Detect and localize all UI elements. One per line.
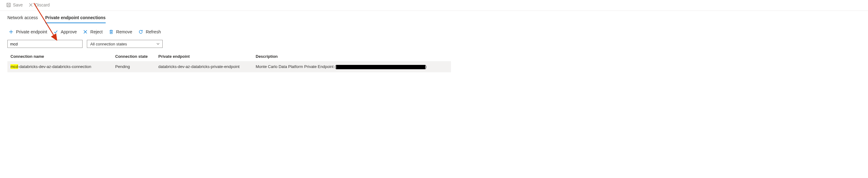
cell-connection-name: mcd-databricks-dev-az-databricks-connect… xyxy=(7,61,112,72)
save-label: Save xyxy=(13,2,23,7)
filters-row: All connection states xyxy=(0,39,868,52)
col-private-endpoint[interactable]: Private endpoint xyxy=(155,52,253,61)
cell-private-endpoint: databricks-dev-az-databricks-private-end… xyxy=(155,61,253,72)
x-icon xyxy=(28,2,33,7)
tab-private-endpoint-connections[interactable]: Private endpoint connections xyxy=(45,15,106,23)
checkmark-icon xyxy=(53,29,58,34)
private-endpoint-button[interactable]: Private endpoint xyxy=(9,29,47,34)
refresh-button[interactable]: Refresh xyxy=(138,29,161,34)
tabs-bar: Network access Private endpoint connecti… xyxy=(0,11,868,23)
table-row[interactable]: mcd-databricks-dev-az-databricks-connect… xyxy=(7,61,451,72)
x-icon xyxy=(83,29,88,34)
col-connection-state[interactable]: Connection state xyxy=(112,52,155,61)
tab-network-access[interactable]: Network access xyxy=(7,15,38,23)
remove-button[interactable]: Remove xyxy=(109,29,132,34)
reject-button[interactable]: Reject xyxy=(83,29,102,34)
svg-rect-1 xyxy=(8,5,9,7)
trash-icon xyxy=(109,29,114,34)
command-bar: Save Discard xyxy=(0,0,868,11)
approve-label: Approve xyxy=(61,29,77,34)
refresh-label: Refresh xyxy=(146,29,161,34)
discard-label: Discard xyxy=(35,2,50,7)
col-connection-name[interactable]: Connection name xyxy=(7,52,112,61)
reject-label: Reject xyxy=(90,29,102,34)
name-rest: -databricks-dev-az-databricks-connection xyxy=(18,64,91,69)
desc-pre: Monte Carlo Data Platform Private Endpoi… xyxy=(256,64,336,69)
col-description[interactable]: Description xyxy=(253,52,451,61)
desc-post: ) xyxy=(425,64,427,69)
cell-connection-state: Pending xyxy=(112,61,155,72)
table-header-row: Connection name Connection state Private… xyxy=(7,52,451,61)
refresh-icon xyxy=(138,29,143,34)
connection-state-dropdown[interactable]: All connection states xyxy=(87,40,163,48)
action-bar: Private endpoint Approve Reject Remove R… xyxy=(0,23,868,39)
cell-description: Monte Carlo Data Platform Private Endpoi… xyxy=(253,61,451,72)
plus-icon xyxy=(9,29,13,34)
save-button[interactable]: Save xyxy=(6,2,23,7)
approve-button[interactable]: Approve xyxy=(53,29,77,34)
remove-label: Remove xyxy=(116,29,132,34)
chevron-down-icon xyxy=(156,42,160,46)
search-input[interactable] xyxy=(7,40,83,48)
connection-state-value: All connection states xyxy=(90,42,127,46)
private-endpoint-label: Private endpoint xyxy=(16,29,47,34)
highlight-match: mcd xyxy=(10,64,18,69)
save-icon xyxy=(6,2,11,7)
redacted-text xyxy=(336,65,425,69)
discard-button[interactable]: Discard xyxy=(28,2,50,7)
connections-table: Connection name Connection state Private… xyxy=(7,52,451,72)
svg-rect-0 xyxy=(7,3,10,7)
